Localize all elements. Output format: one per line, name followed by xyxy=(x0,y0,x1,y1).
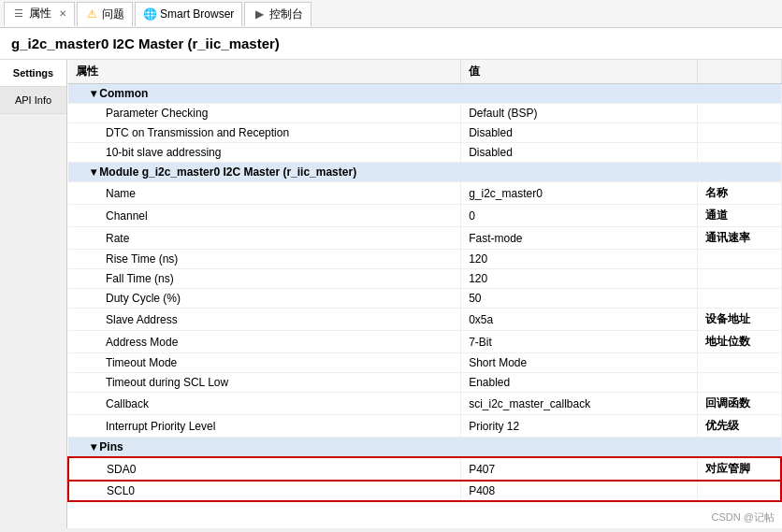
tab-console-label: 控制台 xyxy=(269,7,303,22)
property-value: sci_i2c_master_callback xyxy=(461,393,697,415)
table-row: Callbacksci_i2c_master_callback回调函数 xyxy=(68,393,781,415)
col-property: 属性 xyxy=(68,60,461,84)
tab-issues[interactable]: ⚠ 问题 xyxy=(77,2,133,26)
property-name: Fall Time (ns) xyxy=(68,269,461,289)
tab-properties-label: 属性 xyxy=(29,6,51,22)
property-annotation: 通讯速率 xyxy=(697,227,781,250)
sidebar: Settings API Info xyxy=(0,60,67,528)
property-annotation xyxy=(697,250,781,269)
property-name: Callback xyxy=(68,393,461,415)
property-name: Duty Cycle (%) xyxy=(68,289,461,309)
property-value: 0x5a xyxy=(461,309,697,331)
property-name: Timeout during SCL Low xyxy=(68,373,461,393)
property-value: 120 xyxy=(461,250,697,269)
property-value: 120 xyxy=(461,269,697,289)
content-area: 属性 值 ▾ CommonParameter CheckingDefault (… xyxy=(67,60,782,528)
property-annotation: 通道 xyxy=(697,205,781,227)
property-name: 10-bit slave addressing xyxy=(68,143,461,163)
property-name: Address Mode xyxy=(68,331,461,353)
tab-smart-browser-label: Smart Browser xyxy=(160,7,234,21)
property-annotation xyxy=(697,143,781,163)
table-header-row: 属性 值 xyxy=(68,60,781,84)
sidebar-item-api-info[interactable]: API Info xyxy=(0,87,66,114)
table-row: Channel0通道 xyxy=(68,205,781,227)
property-name: Parameter Checking xyxy=(68,104,461,123)
section-label-1: ▾ Module g_i2c_master0 I2C Master (r_iic… xyxy=(68,163,781,182)
table-row: 10-bit slave addressingDisabled xyxy=(68,143,781,163)
table-row: Duty Cycle (%)50 xyxy=(68,289,781,309)
property-annotation: 优先级 xyxy=(697,415,781,438)
property-annotation xyxy=(697,123,781,143)
table-row: RateFast-mode通讯速率 xyxy=(68,227,781,250)
table-row: Nameg_i2c_master0名称 xyxy=(68,182,781,205)
section-label-2: ▾ Pins xyxy=(68,438,781,458)
property-name: SDA0 xyxy=(68,457,461,481)
property-annotation xyxy=(697,104,781,123)
property-name: Interrupt Priority Level xyxy=(68,415,461,438)
table-row: DTC on Transmission and ReceptionDisable… xyxy=(68,123,781,143)
property-annotation xyxy=(697,269,781,289)
sidebar-item-settings[interactable]: Settings xyxy=(0,60,66,87)
property-value: 7-Bit xyxy=(461,331,697,353)
property-name: Rate xyxy=(68,227,461,250)
tab-console[interactable]: ▶ 控制台 xyxy=(244,2,311,26)
table-row: SDA0P407对应管脚 xyxy=(68,457,781,481)
table-row: Timeout during SCL LowEnabled xyxy=(68,373,781,393)
property-value: Priority 12 xyxy=(461,415,697,438)
tab-close-button[interactable]: ✕ xyxy=(59,8,66,19)
tab-bar: ☰ 属性 ✕ ⚠ 问题 🌐 Smart Browser ▶ 控制台 xyxy=(0,0,782,28)
property-value: g_i2c_master0 xyxy=(461,182,697,205)
property-annotation xyxy=(697,481,781,501)
property-value: Fast-mode xyxy=(461,227,697,250)
table-row: Fall Time (ns)120 xyxy=(68,269,781,289)
table-row: Rise Time (ns)120 xyxy=(68,250,781,269)
property-name: Rise Time (ns) xyxy=(68,250,461,269)
property-annotation: 设备地址 xyxy=(697,309,781,331)
property-name: Slave Address xyxy=(68,309,461,331)
property-value: Enabled xyxy=(461,373,697,393)
property-annotation: 地址位数 xyxy=(697,331,781,353)
property-value: Short Mode xyxy=(461,353,697,373)
section-header-0: ▾ Common xyxy=(68,84,781,104)
table-row: Parameter CheckingDefault (BSP) xyxy=(68,104,781,123)
property-value: P407 xyxy=(461,457,697,481)
properties-table: 属性 值 ▾ CommonParameter CheckingDefault (… xyxy=(67,60,782,502)
property-annotation xyxy=(697,373,781,393)
table-row: Interrupt Priority LevelPriority 12优先级 xyxy=(68,415,781,438)
property-name: DTC on Transmission and Reception xyxy=(68,123,461,143)
browser-icon: 🌐 xyxy=(143,7,156,21)
property-name: Name xyxy=(68,182,461,205)
tab-properties[interactable]: ☰ 属性 ✕ xyxy=(4,2,75,26)
property-annotation xyxy=(697,353,781,373)
properties-icon: ☰ xyxy=(12,7,25,21)
section-label-0: ▾ Common xyxy=(68,84,781,104)
property-name: Channel xyxy=(68,205,461,227)
property-annotation: 对应管脚 xyxy=(697,457,781,481)
property-value: Disabled xyxy=(461,123,697,143)
property-annotation: 名称 xyxy=(697,182,781,205)
property-name: SCL0 xyxy=(68,481,461,501)
table-row: Slave Address0x5a设备地址 xyxy=(68,309,781,331)
property-value: Default (BSP) xyxy=(461,104,697,123)
section-header-2: ▾ Pins xyxy=(68,438,781,458)
table-row: Timeout ModeShort Mode xyxy=(68,353,781,373)
property-value: 50 xyxy=(461,289,697,309)
page-title: g_i2c_master0 I2C Master (r_iic_master) xyxy=(0,28,782,60)
property-value: 0 xyxy=(461,205,697,227)
main-layout: Settings API Info 属性 值 ▾ CommonParameter… xyxy=(0,60,782,528)
watermark: CSDN @记帖 xyxy=(712,510,775,525)
issues-icon: ⚠ xyxy=(85,7,98,21)
property-value: P408 xyxy=(461,481,697,501)
console-icon: ▶ xyxy=(253,7,266,21)
property-value: Disabled xyxy=(461,143,697,163)
col-annotation xyxy=(697,60,781,84)
tab-issues-label: 问题 xyxy=(102,7,124,22)
section-header-1: ▾ Module g_i2c_master0 I2C Master (r_iic… xyxy=(68,163,781,182)
property-name: Timeout Mode xyxy=(68,353,461,373)
property-annotation: 回调函数 xyxy=(697,393,781,415)
col-value: 值 xyxy=(461,60,697,84)
tab-smart-browser[interactable]: 🌐 Smart Browser xyxy=(135,2,242,26)
property-annotation xyxy=(697,289,781,309)
table-row: Address Mode7-Bit地址位数 xyxy=(68,331,781,353)
table-row: SCL0P408 xyxy=(68,481,781,501)
